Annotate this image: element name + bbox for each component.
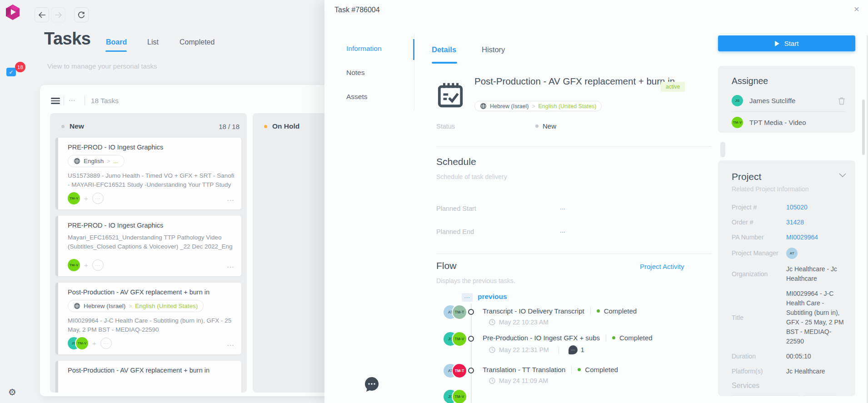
card-title: PRE-PROD - IO Ingest Graphics	[68, 144, 235, 151]
chat-bubble-button[interactable]	[364, 376, 380, 393]
status-text: New	[543, 122, 556, 130]
avatar[interactable]: TM-T	[453, 364, 466, 378]
add-assignee-button[interactable]: +	[84, 194, 88, 202]
language-pair-tag[interactable]: Hebrew (Israel) > English (United States…	[68, 300, 204, 312]
start-button[interactable]: Start	[718, 35, 855, 51]
avatar[interactable]: TM-T	[453, 305, 466, 319]
nav-assets[interactable]: Assets	[346, 93, 368, 101]
app-window: ✓ 18 ⚙ Tasks Board List Completed View t…	[0, 0, 868, 403]
avatar[interactable]: TM-V	[732, 117, 743, 128]
settings-gear-icon[interactable]: ⚙	[8, 388, 16, 397]
language-pair-tag[interactable]: English > ...	[68, 155, 125, 167]
avatar[interactable]: JS	[732, 95, 743, 106]
page-subtitle: View to manage your personal tasks	[47, 62, 157, 70]
previous-link[interactable]: previous	[478, 293, 507, 301]
my-tasks-icon[interactable]: ✓	[6, 68, 16, 76]
column-new-count: 18 / 18	[219, 123, 239, 130]
column-new-name: New	[70, 122, 84, 130]
source-language: English	[84, 158, 104, 164]
field-label: Project #	[732, 203, 786, 212]
board-menu-icon[interactable]	[51, 98, 60, 104]
globe-icon	[74, 303, 80, 309]
card-more-button[interactable]: ...	[227, 340, 234, 347]
refresh-button[interactable]	[74, 7, 89, 22]
flow-task-status: Completed	[619, 334, 653, 342]
flow-item[interactable]: JS TM-V Pre-Production - IO Ingest GFX +…	[444, 332, 725, 358]
add-assignee-button[interactable]: +	[84, 261, 88, 269]
refresh-icon	[78, 11, 85, 19]
close-icon[interactable]: ×	[854, 4, 859, 15]
avatar[interactable]: TM-V	[453, 332, 466, 346]
comment-icon: ...	[569, 345, 578, 354]
scrollbar-thumb[interactable]	[862, 100, 865, 155]
flow-item[interactable]: AT TM-T Translation - TT Translation Com…	[444, 364, 725, 390]
detail-nav-active-indicator	[413, 39, 414, 60]
board-more-button[interactable]: ...	[69, 95, 76, 102]
card-title: PRE-PROD - IO Ingest Graphics	[68, 222, 235, 229]
task-card[interactable]: Post-Production - AV GFX replacement + b…	[55, 283, 241, 354]
start-button-label: Start	[784, 40, 799, 47]
comment-count[interactable]: ... 1	[569, 345, 584, 354]
card-more-button[interactable]: ...	[227, 195, 234, 202]
pa-number-link[interactable]: MI0029964	[786, 233, 818, 242]
tab-history[interactable]: History	[482, 45, 505, 54]
service-tag: Graphics Replacement	[732, 395, 799, 396]
globe-icon	[74, 158, 80, 164]
back-button[interactable]	[35, 7, 49, 22]
task-detail-title: Task #786004	[334, 6, 380, 14]
task-card[interactable]: PRE-PROD - IO Ingest Graphics English > …	[55, 138, 241, 209]
tab-completed[interactable]: Completed	[180, 38, 215, 46]
add-assignee-button[interactable]: +	[92, 339, 96, 347]
tab-details[interactable]: Details	[432, 45, 456, 54]
divider	[436, 146, 712, 147]
divider	[64, 96, 64, 105]
flow-item[interactable]: JS TM-V	[444, 390, 725, 403]
flow-task-title: Pre-Production - IO Ingest GFX + subs	[483, 334, 600, 342]
avatar[interactable]: AT	[786, 248, 798, 259]
tab-board[interactable]: Board	[106, 38, 127, 46]
clock-icon	[489, 319, 495, 325]
target-language: ...	[113, 158, 118, 164]
previous-more-icon[interactable]: ...	[462, 293, 473, 302]
nav-notes[interactable]: Notes	[346, 69, 365, 77]
board-task-count: 18 Tasks	[91, 97, 119, 105]
planned-end-value[interactable]: ...	[560, 227, 565, 234]
order-number-link[interactable]: 31428	[786, 218, 804, 227]
card-more-button[interactable]: ...	[227, 262, 234, 269]
nav-information[interactable]: Information	[346, 45, 382, 53]
project-number-link[interactable]: 105020	[786, 203, 808, 212]
planned-start-value[interactable]: ...	[560, 204, 565, 211]
avatar[interactable]: TM-V	[453, 390, 466, 403]
comments-icon[interactable]: ...	[92, 193, 104, 204]
column-new-dot	[61, 125, 65, 128]
task-card[interactable]: PRE-PROD - IO Ingest Graphics Mayari_EFC…	[55, 216, 241, 276]
column-new-header: New 18 / 18	[50, 113, 247, 137]
comments-icon[interactable]: ...	[92, 259, 104, 271]
project-activity-link[interactable]: Project Activity	[640, 263, 684, 270]
chevron-down-icon[interactable]	[839, 173, 846, 178]
column-on-hold-name: On Hold	[272, 122, 299, 130]
task-card[interactable]: Post-Production - AV GFX replacement + b…	[55, 361, 241, 393]
project-field: Project Manager AT	[732, 248, 846, 259]
language-pair-tag[interactable]: Hebrew (Israel) > English (United States…	[474, 101, 602, 111]
clock-icon	[489, 347, 495, 353]
app-logo-icon[interactable]	[5, 4, 21, 20]
inner-scrollbar-thumb[interactable]	[720, 142, 725, 157]
avatar-stack: JS TM-V	[444, 390, 466, 403]
planned-end-label: Planned End	[436, 228, 474, 235]
field-value: MI0029964 - J-C Health Care - Subtitling…	[786, 289, 846, 346]
avatar[interactable]: TM-V	[68, 259, 80, 271]
avatar[interactable]: TM-V	[76, 337, 88, 349]
column-new: New 18 / 18 PRE-PROD - IO Ingest Graphic…	[50, 113, 247, 393]
avatar[interactable]: TM-V	[68, 192, 80, 204]
tab-list[interactable]: List	[147, 38, 159, 46]
divider	[559, 346, 559, 354]
trash-icon[interactable]	[838, 97, 845, 105]
chevron-right-icon: >	[129, 303, 132, 309]
card-footer: TM-V + ...	[68, 259, 235, 271]
comments-icon[interactable]: ...	[100, 338, 112, 349]
project-card: Project Related Project Information Proj…	[718, 160, 855, 396]
flow-item[interactable]: AT TM-T Transcript - IO Delivery Transcr…	[444, 305, 725, 332]
field-label: Organization	[732, 269, 786, 279]
field-label: Order #	[732, 218, 786, 227]
